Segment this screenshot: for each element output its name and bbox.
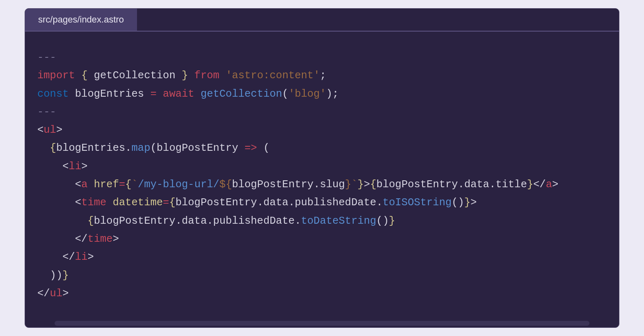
code-line: <ul> xyxy=(37,121,607,139)
code-line: const blogEntries = await getCollection(… xyxy=(37,85,607,103)
code-line: {blogPostEntry.data.publishedDate.toDate… xyxy=(37,212,607,230)
code-line: <time datetime={blogPostEntry.data.publi… xyxy=(37,194,607,212)
horizontal-scrollbar[interactable] xyxy=(55,321,589,326)
code-line: ))} xyxy=(37,267,607,285)
code-line: <li> xyxy=(37,158,607,176)
tab-bar: src/pages/index.astro xyxy=(25,9,619,32)
code-line: {blogEntries.map(blogPostEntry => ( xyxy=(37,139,607,157)
code-area[interactable]: ---import { getCollection } from 'astro:… xyxy=(25,32,619,327)
code-line: </ul> xyxy=(37,285,607,303)
code-line: </time> xyxy=(37,230,607,248)
code-line: --- xyxy=(37,49,607,67)
code-line: </li> xyxy=(37,248,607,266)
code-editor: src/pages/index.astro ---import { getCol… xyxy=(25,8,619,328)
code-line: <a href={`/my-blog-url/${blogPostEntry.s… xyxy=(37,176,607,194)
code-line: --- xyxy=(37,103,607,121)
file-tab[interactable]: src/pages/index.astro xyxy=(25,9,137,31)
code-line: import { getCollection } from 'astro:con… xyxy=(37,67,607,85)
